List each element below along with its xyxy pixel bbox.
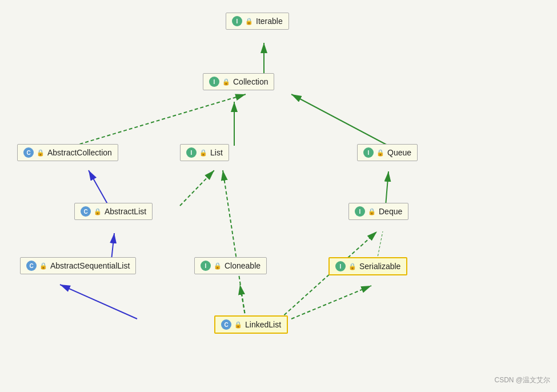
badge-iterable: I [232,16,242,26]
svg-line-2 [291,94,388,146]
badge-cloneable: I [201,261,211,271]
badge-linkedlist: C [221,319,231,330]
svg-line-6 [180,170,214,206]
node-deque: I 🔒 Deque [348,203,408,220]
badge-collection: I [209,77,219,87]
node-list: I 🔒 List [180,144,229,161]
label-abstractlist: AbstractList [105,207,146,216]
label-cloneable: Cloneable [225,261,261,270]
label-iterable: Iterable [256,17,283,26]
label-list: List [210,148,223,157]
svg-line-7 [386,171,388,206]
label-collection: Collection [233,77,268,86]
badge-abstractcollection: C [23,147,34,158]
svg-line-5 [111,233,114,260]
diagram-container: I 🔒 Iterable I 🔒 Collection C 🔒 Abstract… [0,0,557,392]
label-serializable: Serializable [359,262,400,271]
watermark: CSDN @温文艾尔 [494,375,550,385]
badge-queue: I [363,147,374,158]
svg-line-3 [74,94,246,146]
node-abstractlist: C 🔒 AbstractList [74,203,153,220]
label-abstractsequentiallist: AbstractSequentialList [50,261,130,270]
badge-list: I [186,147,197,158]
badge-deque: I [355,206,365,217]
node-cloneable: I 🔒 Cloneable [194,257,267,274]
node-iterable: I 🔒 Iterable [226,13,289,30]
svg-line-10 [291,286,371,319]
label-queue: Queue [387,148,411,157]
node-linkedlist: C 🔒 LinkedList [214,315,288,334]
node-abstractcollection: C 🔒 AbstractCollection [17,144,118,161]
svg-line-12 [223,170,246,319]
node-queue: I 🔒 Queue [357,144,418,161]
node-abstractsequentiallist: C 🔒 AbstractSequentialList [20,257,136,274]
svg-line-8 [60,285,137,319]
badge-serializable: I [335,261,346,271]
badge-abstractlist: C [81,206,91,217]
svg-line-4 [89,170,109,206]
label-linkedlist: LinkedList [245,320,281,329]
svg-line-13 [377,231,383,260]
node-collection: I 🔒 Collection [203,73,274,90]
label-abstractcollection: AbstractCollection [47,148,112,157]
badge-abstractsequentiallist: C [26,261,37,271]
node-serializable: I 🔒 Serializable [328,257,407,275]
svg-line-9 [240,285,246,319]
label-deque: Deque [379,207,402,216]
